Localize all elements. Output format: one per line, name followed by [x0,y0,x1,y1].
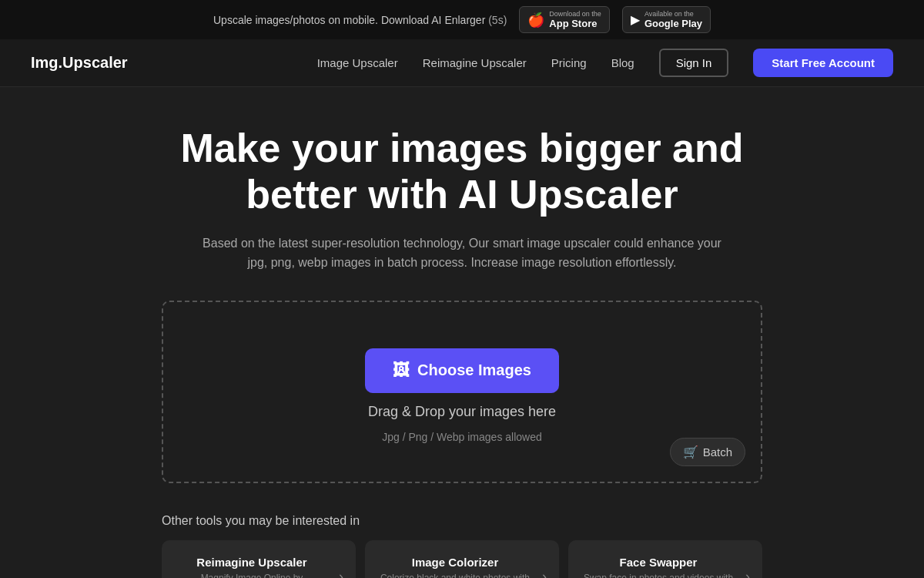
tool-face-swapper-name: Face Swapper [581,556,736,569]
drag-drop-text: Drag & Drop your images here [368,404,556,420]
nav-image-upscaler[interactable]: Image Upscaler [317,56,398,69]
start-free-account-button[interactable]: Start Free Account [753,49,893,77]
appstore-badge[interactable]: 🍎 Download on the App Store [519,6,610,33]
tool-face-swapper-desc: Swap face in photos and videos with swap… [581,572,736,578]
tool-colorizer-name: Image Colorizer [377,556,533,569]
apple-icon: 🍎 [527,12,544,29]
batch-label: Batch [703,445,732,459]
nav-pricing[interactable]: Pricing [551,56,587,69]
nav-reimagine-upscaler[interactable]: Reimagine Upscaler [423,56,527,69]
dropzone: 🖼 Choose Images Drag & Drop your images … [162,301,762,483]
hero-section: Make your images bigger and better with … [0,87,924,578]
logo[interactable]: Img.Upscaler [31,54,128,72]
tool-reimagine-arrow: › [339,569,343,578]
banner-countdown: (5s) [488,14,507,26]
top-banner: Upscale images/photos on mobile. Downloa… [0,0,924,39]
choose-icon: 🖼 [393,361,410,381]
tool-card-colorizer[interactable]: Image Colorizer Colorize black and white… [365,540,559,578]
googleplay-badge[interactable]: ▶ Available on the Google Play [622,6,711,33]
tool-reimagine-name: Reimagine Upscaler [174,556,330,569]
banner-text: Upscale images/photos on mobile. Downloa… [213,14,507,26]
tool-reimagine-desc: Magnify Image Online by Reimagination AI [174,572,330,578]
tool-colorizer-arrow: › [542,569,547,578]
tool-face-swapper-arrow: › [745,569,750,578]
hero-description: Based on the latest super-resolution tec… [200,234,724,273]
batch-icon: 🛒 [683,445,698,459]
tool-card-reimagine[interactable]: Reimagine Upscaler Magnify Image Online … [162,540,356,578]
hero-title: Make your images bigger and better with … [162,126,762,218]
tools-grid-row1: Reimagine Upscaler Magnify Image Online … [162,540,762,578]
choose-images-button[interactable]: 🖼 Choose Images [365,348,559,393]
allowed-formats-text: Jpg / Png / Webp images allowed [382,431,542,443]
signin-button[interactable]: Sign In [659,49,729,77]
android-icon: ▶ [631,12,640,27]
navbar: Img.Upscaler Image Upscaler Reimagine Up… [0,39,924,87]
tool-colorizer-desc: Colorize black and white photos with AI [377,572,533,578]
tool-card-face-swapper[interactable]: Face Swapper Swap face in photos and vid… [568,540,762,578]
nav-blog[interactable]: Blog [611,56,634,69]
batch-badge[interactable]: 🛒 Batch [670,438,745,466]
other-tools-title: Other tools you may be interested in [162,514,762,528]
other-tools-section: Other tools you may be interested in Rei… [162,514,762,578]
